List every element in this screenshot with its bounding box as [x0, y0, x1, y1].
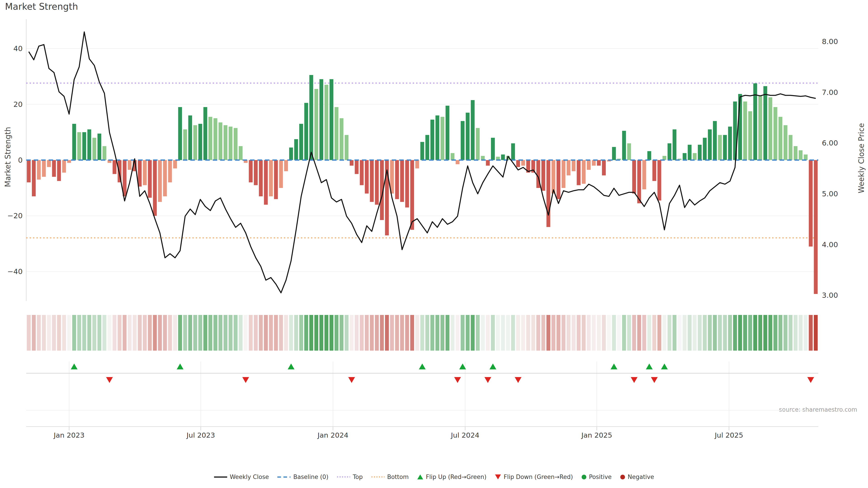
- flip-up-marker: [419, 363, 426, 369]
- heatmap-cell: [587, 315, 591, 351]
- heatmap-cell: [567, 315, 570, 351]
- strength-bar: [673, 129, 676, 160]
- strength-bar: [511, 143, 515, 160]
- strength-bar: [516, 160, 520, 167]
- heatmap-cell: [647, 315, 651, 351]
- strength-bar: [289, 148, 293, 160]
- strength-bar: [42, 160, 46, 177]
- strength-bar: [153, 160, 157, 216]
- heatmap-cell: [82, 315, 86, 351]
- strength-bar: [804, 155, 808, 160]
- strength-bar: [748, 111, 752, 160]
- strength-bar: [774, 107, 777, 160]
- heatmap-cell: [335, 315, 338, 351]
- legend: Weekly Close Baseline (0) Top Bottom Fli…: [0, 474, 868, 480]
- heatmap-cell: [219, 315, 222, 351]
- left-axis-tick-label: 40: [2, 44, 23, 53]
- heatmap-cell: [102, 315, 106, 351]
- strength-bar: [486, 160, 490, 166]
- x-axis-tick-label: Jan 2025: [581, 431, 612, 439]
- heatmap-cell: [284, 315, 288, 351]
- strength-bar: [622, 131, 626, 160]
- strength-bar: [430, 120, 434, 160]
- strength-bar: [57, 160, 61, 181]
- strength-bar: [335, 107, 338, 160]
- strength-bar: [47, 160, 51, 167]
- heatmap-cell: [526, 315, 530, 351]
- flip-down-marker: [651, 377, 658, 383]
- legend-item-positive[interactable]: Positive: [582, 474, 612, 480]
- strength-bar: [627, 143, 631, 160]
- legend-item-negative[interactable]: Negative: [620, 474, 654, 480]
- heatmap-cell: [652, 315, 656, 351]
- heatmap-cell: [597, 315, 600, 351]
- strength-bar: [481, 156, 485, 160]
- strength-bar: [693, 153, 697, 160]
- heatmap-cell: [688, 315, 691, 351]
- heatmap-cell: [451, 315, 454, 351]
- strength-bar: [466, 113, 469, 160]
- right-axis-tick-label: 7.00: [822, 88, 838, 97]
- strength-bar: [501, 155, 505, 160]
- strength-bar: [365, 160, 369, 194]
- legend-label: Baseline (0): [293, 474, 328, 480]
- left-axis-tick-label: 0: [2, 156, 23, 165]
- strength-bar: [239, 146, 243, 160]
- heatmap-cell: [703, 315, 707, 351]
- strength-bar: [249, 160, 253, 183]
- heatmap-cell: [239, 315, 243, 351]
- heatmap-cell: [486, 315, 490, 351]
- heatmap-cell: [92, 315, 96, 351]
- strength-bar: [223, 125, 227, 160]
- heatmap-cell: [355, 315, 359, 351]
- heatmap-cell: [360, 315, 364, 351]
- heatmap-cell: [380, 315, 384, 351]
- legend-item-top[interactable]: Top: [337, 474, 363, 480]
- heatmap-cell: [794, 315, 798, 351]
- bottom-dotted-icon: [371, 477, 384, 477]
- strength-bar: [783, 125, 787, 160]
- heatmap-cell: [324, 315, 328, 351]
- legend-item-baseline[interactable]: Baseline (0): [277, 474, 328, 480]
- heatmap-cell: [683, 315, 686, 351]
- strength-bar: [763, 86, 767, 160]
- heatmap-cell: [445, 315, 450, 351]
- legend-item-bottom[interactable]: Bottom: [371, 474, 409, 480]
- heatmap-cell: [713, 315, 717, 351]
- strength-bar: [314, 89, 318, 160]
- strength-bar: [713, 121, 717, 160]
- strength-bar: [77, 132, 81, 160]
- flip-down-marker: [348, 377, 355, 383]
- right-axis-tick-label: 5.00: [822, 189, 838, 198]
- plot-area[interactable]: [0, 0, 868, 488]
- heatmap-cell: [602, 315, 606, 351]
- heatmap-cell: [778, 315, 782, 351]
- strength-bar: [274, 160, 278, 199]
- heatmap-cell: [466, 315, 469, 351]
- flip-down-triangle-icon: [495, 475, 501, 480]
- legend-item-flip-down[interactable]: Flip Down (Green→Red): [495, 474, 573, 480]
- strength-bar: [400, 160, 404, 202]
- heatmap-cell: [476, 315, 480, 351]
- legend-label: Positive: [589, 474, 612, 480]
- heatmap-cell: [183, 315, 187, 351]
- heatmap-cell: [314, 315, 318, 351]
- heatmap-cell: [577, 315, 581, 351]
- right-axis-tick-label: 8.00: [822, 37, 838, 46]
- legend-item-weekly-close[interactable]: Weekly Close: [214, 474, 269, 480]
- heatmap-cell: [410, 315, 414, 351]
- heatmap-cell: [501, 315, 505, 351]
- strength-bar: [37, 160, 41, 180]
- strength-bar: [572, 160, 576, 171]
- heatmap-cell: [536, 315, 540, 351]
- strength-bar: [567, 160, 570, 175]
- heatmap-cell: [42, 315, 46, 351]
- heatmap-cell: [733, 315, 737, 351]
- flip-down-marker: [807, 377, 814, 383]
- legend-item-flip-up[interactable]: Flip Up (Red→Green): [417, 474, 487, 480]
- strength-bar: [789, 135, 793, 160]
- heatmap-cell: [390, 315, 394, 351]
- strength-bar: [582, 160, 586, 184]
- strength-bar: [456, 160, 460, 164]
- heatmap-cell: [148, 315, 152, 351]
